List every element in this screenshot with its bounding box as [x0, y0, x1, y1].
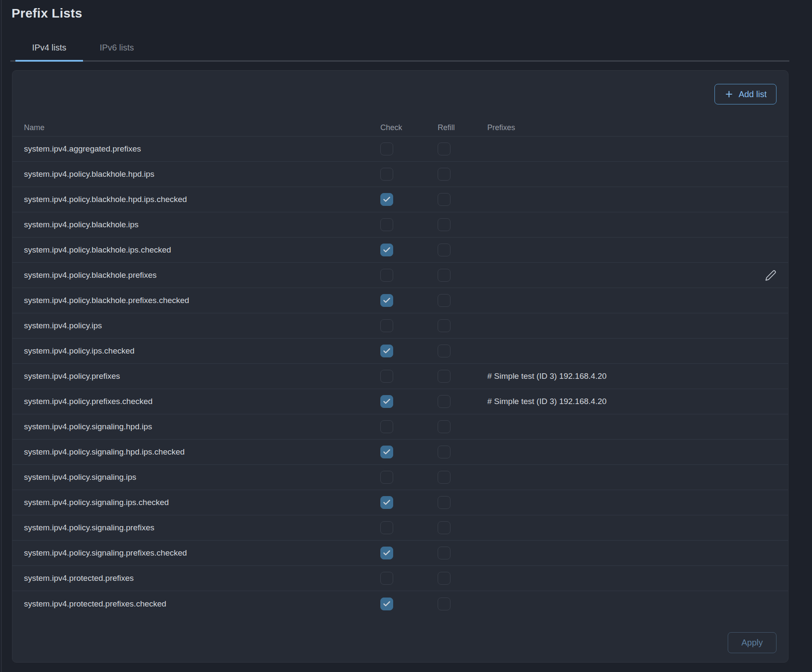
check-checkbox[interactable] — [380, 471, 393, 484]
check-checkbox[interactable] — [380, 395, 393, 408]
table-row: system.ipv4.policy.ips — [12, 313, 788, 339]
check-checkbox[interactable] — [380, 420, 393, 433]
edit-list-button[interactable] — [765, 270, 776, 281]
table-row: system.ipv4.policy.signaling.prefixes — [12, 515, 788, 541]
checkmark-icon — [382, 347, 391, 355]
refill-checkbox[interactable] — [438, 218, 450, 231]
refill-checkbox[interactable] — [438, 446, 450, 458]
refill-checkbox[interactable] — [438, 521, 450, 534]
table-row: system.ipv4.policy.blackhole.ips.checked — [12, 238, 788, 263]
check-checkbox[interactable] — [380, 294, 393, 307]
prefix-list-name: system.ipv4.policy.signaling.ips — [24, 473, 380, 482]
tab-ipv4-lists[interactable]: IPv4 lists — [15, 41, 83, 54]
table-row: system.ipv4.policy.blackhole.prefixes.ch… — [12, 288, 788, 313]
check-checkbox[interactable] — [380, 345, 393, 357]
check-checkbox[interactable] — [380, 143, 393, 155]
prefix-list-name: system.ipv4.policy.prefixes.checked — [24, 397, 380, 406]
refill-checkbox[interactable] — [438, 193, 450, 206]
refill-checkbox[interactable] — [438, 420, 450, 433]
table-row: system.ipv4.aggregated.prefixes — [12, 137, 788, 162]
column-header-refill: Refill — [438, 123, 487, 132]
prefix-list-name: system.ipv4.policy.signaling.ips.checked — [24, 498, 380, 507]
check-checkbox[interactable] — [380, 269, 393, 282]
table-body: system.ipv4.aggregated.prefixes system.i… — [12, 137, 788, 616]
check-checkbox[interactable] — [380, 496, 393, 509]
refill-checkbox[interactable] — [438, 572, 450, 585]
check-checkbox[interactable] — [380, 370, 393, 383]
prefix-list-name: system.ipv4.policy.ips — [24, 321, 380, 330]
refill-checkbox[interactable] — [438, 294, 450, 307]
prefix-list-name: system.ipv4.policy.blackhole.hpd.ips — [24, 169, 380, 179]
check-checkbox[interactable] — [380, 572, 393, 585]
refill-checkbox[interactable] — [438, 471, 450, 484]
refill-checkbox[interactable] — [438, 345, 450, 357]
prefix-list-name: system.ipv4.protected.prefixes — [24, 574, 380, 583]
tab-ipv6-lists[interactable]: IPv6 lists — [83, 41, 151, 54]
prefix-list-name: system.ipv4.policy.ips.checked — [24, 346, 380, 356]
prefix-list-name: system.ipv4.policy.blackhole.prefixes — [24, 271, 380, 280]
table-row: system.ipv4.policy.ips.checked — [12, 339, 788, 364]
prefix-list-name: system.ipv4.policy.blackhole.ips.checked — [24, 245, 380, 255]
check-checkbox[interactable] — [380, 521, 393, 534]
prefix-list-name: system.ipv4.policy.blackhole.hpd.ips.che… — [24, 195, 380, 204]
prefixes-value: # Simple test (ID 3) 192.168.4.20 — [487, 397, 751, 406]
refill-checkbox[interactable] — [438, 269, 450, 282]
plus-icon — [724, 89, 734, 99]
table-row: system.ipv4.policy.blackhole.hpd.ips.che… — [12, 187, 788, 212]
prefix-lists-card: Add list Name Check Refill Prefixes syst… — [12, 70, 788, 663]
column-header-check: Check — [380, 123, 438, 132]
page-title: Prefix Lists — [12, 6, 82, 21]
table-row: system.ipv4.policy.signaling.hpd.ips — [12, 414, 788, 440]
pencil-icon — [765, 270, 776, 281]
prefix-list-name: system.ipv4.aggregated.prefixes — [24, 144, 380, 154]
checkmark-icon — [382, 246, 391, 254]
check-checkbox[interactable] — [380, 598, 393, 610]
active-tab-indicator — [15, 60, 83, 62]
table-row: system.ipv4.policy.prefixes.checked # Si… — [12, 389, 788, 414]
window-left-edge — [1, 0, 2, 672]
check-checkbox[interactable] — [380, 168, 393, 181]
table-row: system.ipv4.policy.blackhole.ips — [12, 212, 788, 238]
table-row: system.ipv4.policy.prefixes # Simple tes… — [12, 364, 788, 389]
table-row: system.ipv4.policy.blackhole.hpd.ips — [12, 162, 788, 187]
check-checkbox[interactable] — [380, 547, 393, 559]
refill-checkbox[interactable] — [438, 395, 450, 408]
column-header-name: Name — [24, 123, 380, 132]
check-checkbox[interactable] — [380, 319, 393, 332]
table-row: system.ipv4.protected.prefixes.checked — [12, 591, 788, 616]
refill-checkbox[interactable] — [438, 319, 450, 332]
prefixes-value: # Simple test (ID 3) 192.168.4.20 — [487, 372, 751, 381]
refill-checkbox[interactable] — [438, 370, 450, 383]
check-checkbox[interactable] — [380, 193, 393, 206]
prefix-list-name: system.ipv4.policy.blackhole.prefixes.ch… — [24, 296, 380, 305]
checkmark-icon — [382, 549, 391, 557]
add-list-button[interactable]: Add list — [714, 84, 776, 104]
checkmark-icon — [382, 195, 391, 204]
prefix-list-name: system.ipv4.policy.signaling.hpd.ips.che… — [24, 447, 380, 457]
check-checkbox[interactable] — [380, 446, 393, 458]
refill-checkbox[interactable] — [438, 143, 450, 155]
tab-bar: IPv4 lists IPv6 lists — [15, 41, 151, 54]
checkmark-icon — [382, 600, 391, 608]
prefix-list-name: system.ipv4.policy.blackhole.ips — [24, 220, 380, 229]
prefix-list-name: system.ipv4.policy.signaling.prefixes.ch… — [24, 548, 380, 558]
add-list-label: Add list — [738, 89, 767, 99]
prefix-list-name: system.ipv4.protected.prefixes.checked — [24, 599, 380, 609]
tab-bar-rule — [10, 60, 789, 62]
table-row: system.ipv4.protected.prefixes — [12, 566, 788, 591]
refill-checkbox[interactable] — [438, 598, 450, 610]
apply-button[interactable]: Apply — [728, 632, 776, 653]
table-row: system.ipv4.policy.signaling.ips — [12, 465, 788, 490]
table-row: system.ipv4.policy.signaling.ips.checked — [12, 490, 788, 515]
prefix-list-name: system.ipv4.policy.signaling.hpd.ips — [24, 422, 380, 431]
check-checkbox[interactable] — [380, 218, 393, 231]
refill-checkbox[interactable] — [438, 168, 450, 181]
prefix-list-name: system.ipv4.policy.prefixes — [24, 372, 380, 381]
table-row: system.ipv4.policy.blackhole.prefixes — [12, 263, 788, 288]
refill-checkbox[interactable] — [438, 496, 450, 509]
table-row: system.ipv4.policy.signaling.hpd.ips.che… — [12, 440, 788, 465]
refill-checkbox[interactable] — [438, 244, 450, 256]
check-checkbox[interactable] — [380, 244, 393, 256]
checkmark-icon — [382, 448, 391, 456]
refill-checkbox[interactable] — [438, 547, 450, 559]
